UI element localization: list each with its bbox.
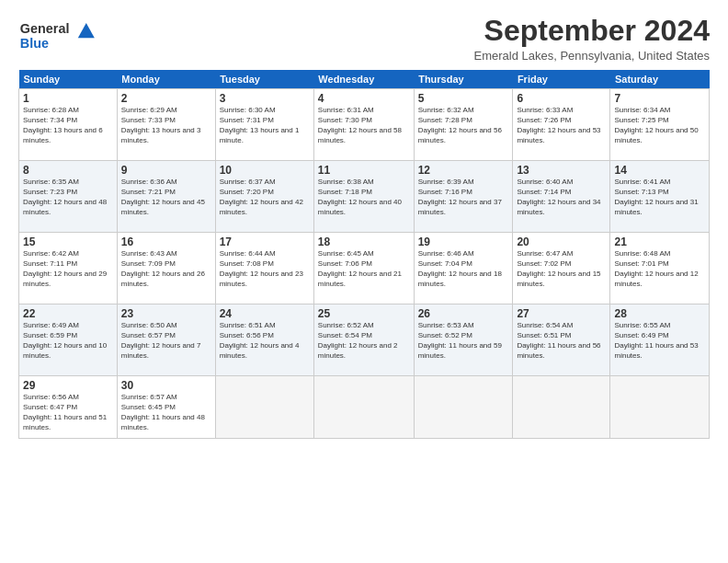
day-info: Sunrise: 6:52 AM Sunset: 6:54 PM Dayligh… — [318, 321, 410, 361]
table-row: 21 Sunrise: 6:48 AM Sunset: 7:01 PM Dayl… — [610, 233, 710, 304]
day-number: 20 — [517, 236, 606, 248]
title-block: September 2024 Emerald Lakes, Pennsylvan… — [473, 15, 710, 63]
table-row — [414, 376, 513, 439]
col-monday: Monday — [117, 70, 215, 89]
day-number: 5 — [418, 92, 509, 105]
table-row: 30 Sunrise: 6:57 AM Sunset: 6:45 PM Dayl… — [117, 376, 215, 439]
day-number: 19 — [418, 236, 509, 248]
day-info: Sunrise: 6:49 AM Sunset: 6:59 PM Dayligh… — [23, 321, 113, 361]
day-info: Sunrise: 6:44 AM Sunset: 7:08 PM Dayligh… — [220, 249, 310, 289]
table-row: 29 Sunrise: 6:56 AM Sunset: 6:47 PM Dayl… — [19, 376, 118, 439]
header-row: Sunday Monday Tuesday Wednesday Thursday… — [19, 70, 710, 89]
day-info: Sunrise: 6:39 AM Sunset: 7:16 PM Dayligh… — [418, 178, 509, 217]
day-info: Sunrise: 6:45 AM Sunset: 7:06 PM Dayligh… — [318, 249, 410, 289]
table-row: 10 Sunrise: 6:37 AM Sunset: 7:20 PM Dayl… — [215, 161, 313, 233]
table-row: 15 Sunrise: 6:42 AM Sunset: 7:11 PM Dayl… — [19, 233, 118, 304]
table-row: 9 Sunrise: 6:36 AM Sunset: 7:21 PM Dayli… — [117, 161, 215, 233]
table-row: 6 Sunrise: 6:33 AM Sunset: 7:26 PM Dayli… — [513, 89, 610, 161]
day-info: Sunrise: 6:51 AM Sunset: 6:56 PM Dayligh… — [220, 321, 310, 361]
table-row: 24 Sunrise: 6:51 AM Sunset: 6:56 PM Dayl… — [215, 304, 313, 376]
day-number: 16 — [121, 236, 211, 248]
table-row — [610, 376, 710, 439]
page: General Blue September 2024 Emerald Lake… — [0, 0, 728, 563]
day-number: 21 — [614, 236, 705, 248]
day-number: 4 — [318, 92, 410, 105]
day-info: Sunrise: 6:40 AM Sunset: 7:14 PM Dayligh… — [517, 178, 606, 217]
col-wednesday: Wednesday — [313, 70, 414, 89]
day-number: 3 — [220, 92, 310, 105]
table-row: 26 Sunrise: 6:53 AM Sunset: 6:52 PM Dayl… — [414, 304, 513, 376]
table-row: 14 Sunrise: 6:41 AM Sunset: 7:13 PM Dayl… — [610, 161, 710, 233]
day-number: 23 — [121, 307, 211, 320]
location: Emerald Lakes, Pennsylvania, United Stat… — [473, 49, 710, 63]
day-number: 11 — [318, 164, 410, 177]
day-number: 15 — [23, 236, 113, 248]
day-number: 12 — [418, 164, 509, 177]
day-info: Sunrise: 6:42 AM Sunset: 7:11 PM Dayligh… — [23, 249, 113, 289]
day-number: 2 — [121, 92, 211, 105]
day-number: 24 — [220, 307, 310, 320]
day-info: Sunrise: 6:57 AM Sunset: 6:45 PM Dayligh… — [121, 393, 211, 432]
day-number: 27 — [517, 307, 606, 320]
day-number: 14 — [614, 164, 705, 177]
day-info: Sunrise: 6:33 AM Sunset: 7:26 PM Dayligh… — [517, 106, 606, 145]
col-friday: Friday — [513, 70, 610, 89]
day-info: Sunrise: 6:37 AM Sunset: 7:20 PM Dayligh… — [220, 178, 310, 217]
table-row: 19 Sunrise: 6:46 AM Sunset: 7:04 PM Dayl… — [414, 233, 513, 304]
day-info: Sunrise: 6:55 AM Sunset: 6:49 PM Dayligh… — [614, 321, 705, 361]
day-info: Sunrise: 6:41 AM Sunset: 7:13 PM Dayligh… — [614, 178, 705, 217]
table-row: 12 Sunrise: 6:39 AM Sunset: 7:16 PM Dayl… — [414, 161, 513, 233]
day-number: 30 — [121, 379, 211, 392]
day-number: 6 — [517, 92, 606, 105]
day-info: Sunrise: 6:43 AM Sunset: 7:09 PM Dayligh… — [121, 249, 211, 289]
table-row: 20 Sunrise: 6:47 AM Sunset: 7:02 PM Dayl… — [513, 233, 610, 304]
table-row — [313, 376, 414, 439]
day-info: Sunrise: 6:48 AM Sunset: 7:01 PM Dayligh… — [614, 249, 705, 289]
col-thursday: Thursday — [414, 70, 513, 89]
day-info: Sunrise: 6:38 AM Sunset: 7:18 PM Dayligh… — [318, 178, 410, 217]
day-info: Sunrise: 6:47 AM Sunset: 7:02 PM Dayligh… — [517, 249, 606, 289]
col-sunday: Sunday — [19, 70, 118, 89]
day-info: Sunrise: 6:29 AM Sunset: 7:33 PM Dayligh… — [121, 106, 211, 145]
month-title: September 2024 — [473, 15, 710, 47]
day-info: Sunrise: 6:36 AM Sunset: 7:21 PM Dayligh… — [121, 178, 211, 217]
day-info: Sunrise: 6:53 AM Sunset: 6:52 PM Dayligh… — [418, 321, 509, 361]
day-number: 8 — [23, 164, 113, 177]
svg-text:General: General — [20, 21, 70, 36]
day-number: 7 — [614, 92, 705, 105]
day-number: 25 — [318, 307, 410, 320]
logo: General Blue — [18, 15, 101, 56]
day-number: 17 — [220, 236, 310, 248]
table-row: 3 Sunrise: 6:30 AM Sunset: 7:31 PM Dayli… — [215, 89, 313, 161]
table-row: 7 Sunrise: 6:34 AM Sunset: 7:25 PM Dayli… — [610, 89, 710, 161]
table-row: 22 Sunrise: 6:49 AM Sunset: 6:59 PM Dayl… — [19, 304, 118, 376]
day-number: 22 — [23, 307, 113, 320]
table-row: 28 Sunrise: 6:55 AM Sunset: 6:49 PM Dayl… — [610, 304, 710, 376]
day-info: Sunrise: 6:32 AM Sunset: 7:28 PM Dayligh… — [418, 106, 509, 145]
day-number: 10 — [220, 164, 310, 177]
svg-marker-2 — [78, 23, 95, 38]
day-info: Sunrise: 6:56 AM Sunset: 6:47 PM Dayligh… — [23, 393, 113, 432]
day-info: Sunrise: 6:30 AM Sunset: 7:31 PM Dayligh… — [220, 106, 310, 145]
table-row: 17 Sunrise: 6:44 AM Sunset: 7:08 PM Dayl… — [215, 233, 313, 304]
day-info: Sunrise: 6:46 AM Sunset: 7:04 PM Dayligh… — [418, 249, 509, 289]
day-number: 29 — [23, 379, 113, 392]
day-info: Sunrise: 6:34 AM Sunset: 7:25 PM Dayligh… — [614, 106, 705, 145]
table-row — [513, 376, 610, 439]
table-row: 8 Sunrise: 6:35 AM Sunset: 7:23 PM Dayli… — [19, 161, 118, 233]
logo-svg: General Blue — [18, 15, 101, 56]
table-row: 16 Sunrise: 6:43 AM Sunset: 7:09 PM Dayl… — [117, 233, 215, 304]
day-info: Sunrise: 6:35 AM Sunset: 7:23 PM Dayligh… — [23, 178, 113, 217]
col-saturday: Saturday — [610, 70, 710, 89]
table-row: 18 Sunrise: 6:45 AM Sunset: 7:06 PM Dayl… — [313, 233, 414, 304]
day-info: Sunrise: 6:31 AM Sunset: 7:30 PM Dayligh… — [318, 106, 410, 145]
calendar-table: Sunday Monday Tuesday Wednesday Thursday… — [18, 70, 710, 439]
col-tuesday: Tuesday — [215, 70, 313, 89]
table-row: 25 Sunrise: 6:52 AM Sunset: 6:54 PM Dayl… — [313, 304, 414, 376]
day-number: 26 — [418, 307, 509, 320]
table-row: 2 Sunrise: 6:29 AM Sunset: 7:33 PM Dayli… — [117, 89, 215, 161]
table-row: 5 Sunrise: 6:32 AM Sunset: 7:28 PM Dayli… — [414, 89, 513, 161]
table-row: 23 Sunrise: 6:50 AM Sunset: 6:57 PM Dayl… — [117, 304, 215, 376]
day-info: Sunrise: 6:50 AM Sunset: 6:57 PM Dayligh… — [121, 321, 211, 361]
day-number: 1 — [23, 92, 113, 105]
